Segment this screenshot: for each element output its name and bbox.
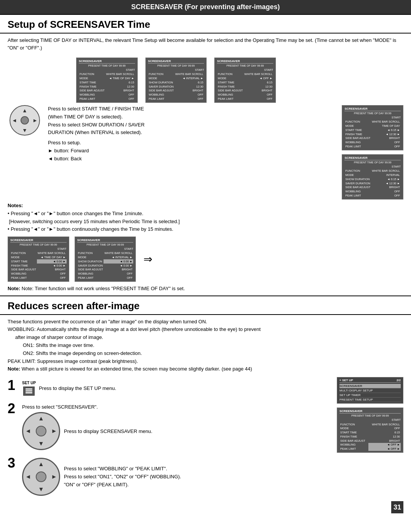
menu-box-1: SCREENSAVER PRESENT TIME OF DAY 99:99 ST… [76, 58, 138, 103]
notes-section: Notes: • Pressing "◄" or "►" button once… [8, 202, 403, 233]
nav3-up: ▲ [38, 461, 44, 468]
nav2-right: ► [51, 428, 57, 435]
svg-rect-2 [25, 392, 32, 393]
nav-button-1[interactable]: ▲ ▼ ◄ ► [10, 105, 40, 136]
mid-left: ▲ ▼ ◄ ► [8, 105, 42, 136]
setup-label: SET UP [22, 381, 36, 385]
steps-area: 1 SET UP [0, 375, 411, 498]
section1-intro: After selecting TIME OF DAY or INTERVAL,… [0, 34, 411, 54]
step1-text: Press to display the SET UP menu. [39, 385, 116, 391]
step3-text: Press to select "WOBBLING" or "PEAK LIMI… [64, 465, 181, 489]
nav3-center[interactable] [36, 471, 46, 482]
right-menu-2: SCREENSAVER PRESENT TIME OF DAY 99:99 ST… [342, 154, 403, 200]
top-menus-row: SCREENSAVER PRESENT TIME OF DAY 99:99 ST… [76, 58, 403, 103]
setup-icon[interactable] [23, 387, 35, 396]
nav-button-2[interactable]: ▲ ▼ ◄ ► [22, 412, 60, 450]
step2-row: 2 Press to select "SCREENSAVER". ▲ ▼ ◄ [8, 400, 333, 450]
mid-section: ▲ ▼ ◄ ► Press to select START TIME / FIN… [8, 105, 403, 200]
smb-timer: SET UP TIMER [339, 393, 401, 398]
bottom-menu-1: SCREENSAVER PRESENT TIME OF DAY 99:99 ST… [8, 236, 69, 282]
nav2-up: ▲ [38, 415, 44, 422]
top-header: SCREENSAVER (For preventing after-images… [0, 0, 411, 15]
steps-left-col: 1 SET UP [8, 377, 333, 496]
nav-up-arrow: ▲ [22, 107, 27, 113]
step1-row: 1 SET UP [8, 377, 333, 396]
section1-title: Setup of SCREENSAVER Time [0, 15, 411, 34]
right-menu-1: SCREENSAVER PRESENT TIME OF DAY 99:99 ST… [342, 105, 403, 150]
section2-intro: These functions prevent the occurrence o… [0, 315, 411, 375]
step2-text2: Press to display SCREENSAVER menu. [64, 428, 152, 434]
nav2-left: ◄ [25, 428, 31, 435]
step3-row: 3 ▲ ▼ ◄ ► Press to select "WOBBL [8, 455, 333, 496]
page-number: 31 [391, 501, 403, 513]
mid-right-menus: SCREENSAVER PRESENT TIME OF DAY 99:99 ST… [342, 105, 403, 200]
nav3-down: ▼ [38, 486, 44, 493]
bottom-menus-row: SCREENSAVER PRESENT TIME OF DAY 99:99 ST… [8, 236, 403, 282]
nav2-center[interactable] [36, 426, 46, 436]
menu-box-3: SCREENSAVER PRESENT TIME OF DAY 99:99 ST… [214, 58, 276, 103]
bottom-menu-2: SCREENSAVER PRESENT TIME OF DAY 99:99 ST… [75, 236, 136, 282]
section2: Reduces screen after-image These functio… [0, 296, 411, 498]
smb-present: PRESENT TIME SETUP [339, 398, 401, 402]
section2-title: Reduces screen after-image [0, 298, 411, 315]
arrow-symbol: ⇒ [141, 253, 155, 265]
menu-box-2: SCREENSAVER PRESENT TIME OF DAY 99:99 ST… [145, 58, 207, 103]
smb-screensaver: SCREENSAVER [339, 384, 401, 388]
smb-multi: MULTI DISPLAY SETUP [339, 388, 401, 393]
nav-button-3[interactable]: ▲ ▼ ◄ ► [22, 458, 60, 496]
svg-rect-1 [25, 390, 32, 391]
nav-center-button[interactable] [21, 116, 29, 125]
mid-instructions: Press to select START TIME / FINISH TIME… [48, 105, 336, 163]
step2-text1: Press to select "SCREENSAVER". [22, 404, 152, 410]
nav-right-arrow: ► [32, 117, 38, 123]
nav-left-arrow: ◄ [12, 117, 17, 123]
step2-number: 2 [8, 402, 19, 415]
step3-number: 3 [8, 456, 19, 470]
nav-down-arrow: ▼ [22, 127, 27, 133]
steps-right-col: ≡ SET UP 2/2 SCREENSAVER MULTI DISPLAY S… [337, 377, 403, 453]
nav3-right: ► [51, 473, 57, 480]
svg-rect-0 [25, 388, 32, 390]
nav3-left: ◄ [25, 473, 31, 480]
screensaver-off-menu: SCREENSAVER PRESENT TIME OF DAY 99:99 ST… [337, 407, 403, 453]
note-timer: Note: Note: Timer function will not work… [8, 285, 403, 292]
step1-number: 1 [8, 379, 19, 392]
nav2-down: ▼ [38, 440, 44, 447]
setup-menu-2-2: ≡ SET UP 2/2 SCREENSAVER MULTI DISPLAY S… [337, 377, 403, 404]
